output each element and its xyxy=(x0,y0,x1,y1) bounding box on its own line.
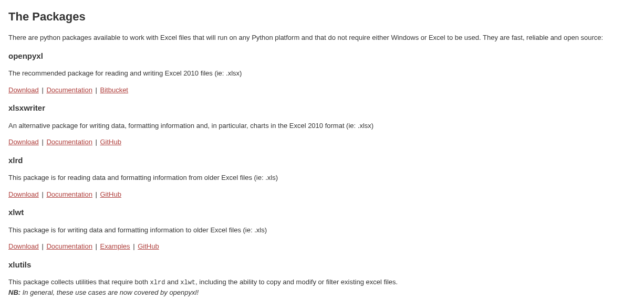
package-links: Download | Documentation | GitHub xyxy=(8,189,636,200)
download-link[interactable]: Download xyxy=(8,190,39,198)
documentation-link[interactable]: Documentation xyxy=(46,86,92,94)
package-description: This package is for reading data and for… xyxy=(8,173,636,183)
bitbucket-link[interactable]: Bitbucket xyxy=(100,86,128,94)
separator: | xyxy=(40,86,46,94)
examples-link[interactable]: Examples xyxy=(100,242,130,250)
package-title-xlutils: xlutils xyxy=(8,259,636,271)
github-link[interactable]: GitHub xyxy=(100,138,121,146)
desc-text: and xyxy=(165,278,180,286)
package-title-xlsxwriter: xlsxwriter xyxy=(8,102,636,114)
documentation-link[interactable]: Documentation xyxy=(46,190,92,198)
separator: | xyxy=(94,190,99,198)
package-links: Download | Documentation | GitHub xyxy=(8,137,636,147)
intro-paragraph: There are python packages available to w… xyxy=(8,33,636,43)
package-title-xlwt: xlwt xyxy=(8,207,636,219)
github-link[interactable]: GitHub xyxy=(138,242,159,250)
download-link[interactable]: Download xyxy=(8,242,39,250)
page-title: The Packages xyxy=(8,8,636,25)
github-link[interactable]: GitHub xyxy=(100,190,121,198)
package-description: The recommended package for reading and … xyxy=(8,68,636,79)
package-title-openpyxl: openpyxl xyxy=(8,50,636,62)
package-description: This package collects utilities that req… xyxy=(8,277,636,298)
desc-text: This package collects utilities that req… xyxy=(8,278,150,286)
separator: | xyxy=(40,138,46,146)
download-link[interactable]: Download xyxy=(8,86,39,94)
documentation-link[interactable]: Documentation xyxy=(46,242,92,250)
package-links: Download | Documentation | Bitbucket xyxy=(8,85,636,95)
package-links: Download | Documentation | Examples | Gi… xyxy=(8,241,636,252)
package-description: An alternative package for writing data,… xyxy=(8,121,636,131)
desc-text: , including the ability to copy and modi… xyxy=(195,278,398,286)
code-xlrd: xlrd xyxy=(150,279,165,286)
separator: | xyxy=(131,242,137,250)
separator: | xyxy=(94,242,99,250)
documentation-link[interactable]: Documentation xyxy=(46,138,92,146)
separator: | xyxy=(40,242,46,250)
package-title-xlrd: xlrd xyxy=(8,155,636,167)
nb-label: NB: xyxy=(8,288,20,296)
separator: | xyxy=(94,138,99,146)
download-link[interactable]: Download xyxy=(8,138,39,146)
nb-text: In general, these use cases are now cove… xyxy=(20,288,199,296)
separator: | xyxy=(94,86,99,94)
separator: | xyxy=(40,190,46,198)
code-xlwt: xlwt xyxy=(180,279,195,286)
package-description: This package is for writing data and for… xyxy=(8,225,636,235)
